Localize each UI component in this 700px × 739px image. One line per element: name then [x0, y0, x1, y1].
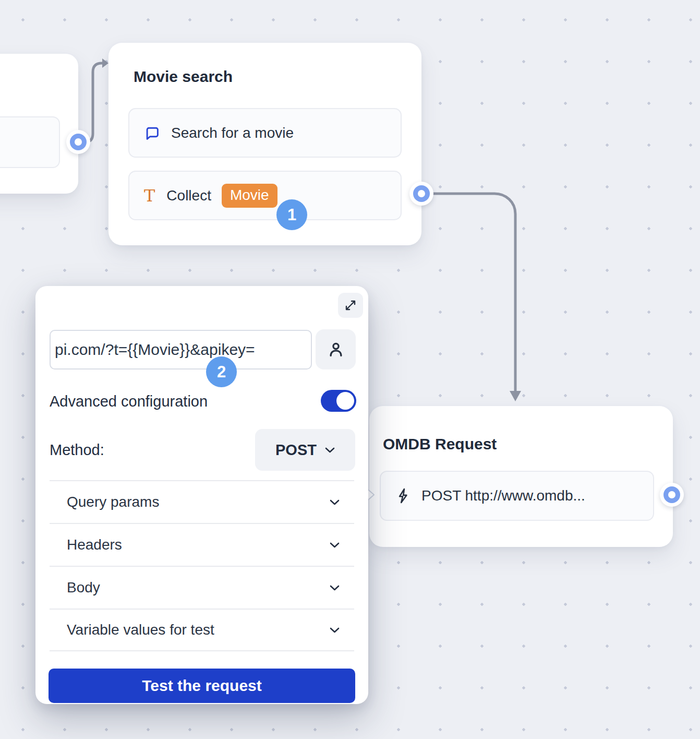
- method-value: POST: [275, 442, 317, 459]
- step-badge-2: 2: [206, 356, 237, 387]
- expand-button[interactable]: [338, 293, 363, 318]
- person-icon: [327, 340, 345, 359]
- webhook-config-panel: 2 Advanced configuration Method: POST Qu…: [35, 286, 368, 704]
- output-port-omdb[interactable]: [660, 483, 684, 507]
- advanced-configuration-label: Advanced configuration: [50, 392, 208, 411]
- advanced-configuration-toggle[interactable]: [321, 390, 356, 412]
- chevron-down-icon: [330, 499, 340, 505]
- port-ring: [663, 486, 680, 503]
- chevron-down-icon: [330, 627, 340, 633]
- url-input[interactable]: [50, 330, 312, 370]
- expand-icon: [344, 299, 357, 312]
- method-label: Method:: [50, 440, 104, 459]
- config-sections: Query params Headers Body Variable value…: [50, 480, 354, 651]
- chevron-down-icon: [330, 585, 340, 591]
- section-label: Headers: [67, 537, 122, 553]
- section-label: Query params: [67, 494, 159, 510]
- toggle-knob: [336, 392, 354, 410]
- node-title: Movie search: [134, 68, 233, 86]
- test-the-request-button[interactable]: Test the request: [49, 669, 355, 703]
- port-ring: [70, 134, 87, 150]
- section-query-params[interactable]: Query params: [50, 480, 354, 523]
- node-title: OMDB Request: [383, 435, 497, 453]
- flow-canvas: Movie search Search for a movie T Collec…: [0, 0, 700, 739]
- webhook-block-label: POST http://www.omdb...: [421, 487, 585, 504]
- variable-badge-movie[interactable]: Movie: [222, 184, 277, 208]
- step-badge-1: 1: [276, 199, 307, 230]
- chevron-down-icon: [330, 542, 340, 548]
- collect-block-movie[interactable]: T Collect Movie: [128, 171, 402, 220]
- method-dropdown[interactable]: POST: [255, 429, 355, 471]
- section-variable-values-for-test[interactable]: Variable values for test: [50, 609, 354, 651]
- omdb-request-node[interactable]: OMDB Request POST http://www.omdb...: [369, 406, 673, 547]
- port-ring: [413, 185, 430, 202]
- section-body[interactable]: Body: [50, 566, 354, 609]
- output-port-left-node[interactable]: [66, 130, 90, 154]
- webhook-block-post-omdb[interactable]: POST http://www.omdb...: [380, 471, 654, 521]
- partial-node-item[interactable]: [0, 116, 60, 168]
- chevron-down-icon: [325, 447, 335, 453]
- message-block-label: Search for a movie: [171, 125, 294, 141]
- chat-bubble-icon: [144, 125, 160, 141]
- person-button[interactable]: [316, 329, 356, 370]
- output-port-movie-search[interactable]: [409, 182, 433, 206]
- movie-search-node[interactable]: Movie search Search for a movie T Collec…: [108, 43, 421, 245]
- section-label: Body: [67, 579, 100, 596]
- lightning-icon: [395, 487, 411, 504]
- text-input-icon: T: [144, 188, 155, 204]
- section-label: Variable values for test: [67, 622, 214, 638]
- collect-block-label: Collect: [166, 187, 211, 204]
- message-block-search-for-a-movie[interactable]: Search for a movie: [128, 108, 402, 158]
- section-headers[interactable]: Headers: [50, 523, 354, 566]
